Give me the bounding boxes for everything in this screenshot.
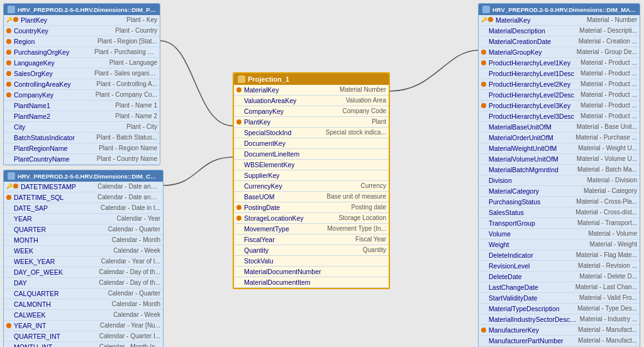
table-row[interactable]: MONTHCalendar - Month [4, 235, 163, 246]
table-row[interactable]: DAY_OF_WEEKCalendar - Day of th... [4, 267, 163, 278]
table-row[interactable]: DocumentLineItem [234, 149, 389, 160]
table-row[interactable]: 🔑DATETIMESTAMPCalendar - Date and ... [4, 182, 163, 192]
table-row[interactable]: MONTH_INTCalendar - Month (n... [4, 342, 163, 347]
table-row[interactable]: CurrencyKeyCurrency [234, 181, 389, 192]
table-row[interactable]: 🔑MaterialKeyMaterial - Number [479, 15, 640, 26]
table-row[interactable]: MaterialIndustrySectorDescriptionMateria… [479, 314, 640, 325]
table-row[interactable]: QUARTER_INTCalendar - Quarter I... [4, 331, 163, 342]
table-row[interactable]: BaseUOMBase unit of measure [234, 192, 389, 202]
table-row[interactable]: MaterialGroupKeyMaterial - Group De... [479, 47, 640, 58]
table-row[interactable]: ControllingAreaKeyPlant - Controlling A.… [4, 79, 160, 90]
table-row[interactable]: MaterialCreationDateMaterial - Creation … [479, 36, 640, 47]
table-row[interactable]: QUARTERCalendar - Quarter [4, 224, 163, 235]
table-row[interactable]: MaterialDescriptionMaterial - Descripti.… [479, 26, 640, 36]
table-row[interactable]: StartValidityDateMaterial - Valid Fro... [479, 293, 640, 304]
projection-table-header[interactable]: Projection_1 [234, 74, 389, 85]
row-icons [6, 323, 11, 328]
empty-icon [6, 248, 11, 253]
row-field-desc: Posting date [351, 203, 386, 212]
table-row[interactable]: DeleteIndicatorMaterial - Flag Mate... [479, 250, 640, 261]
table-row[interactable]: DeleteDateMaterial - Delete D... [479, 272, 640, 282]
table-row[interactable]: WBSElementKey [234, 160, 389, 170]
row-icons [6, 39, 11, 44]
table-row[interactable]: ProductHierarchyLevel3DescMaterial - Pro… [479, 111, 640, 122]
table-row[interactable]: SalesStatusMaterial - Cross-dist... [479, 207, 640, 218]
table-row[interactable]: LanguageKeyPlant - Language [4, 58, 160, 69]
table-row[interactable]: ProductHierarchyLevel3KeyMaterial - Prod… [479, 101, 640, 111]
table-row[interactable]: YEARCalendar - Year [4, 214, 163, 224]
table-row[interactable]: MaterialOrderUnitOfMMaterial - Purchase … [479, 133, 640, 143]
table-row[interactable]: MaterialWeightUnitOfMMaterial - Weight U… [479, 143, 640, 154]
material-table-icon [482, 6, 490, 13]
table-row[interactable]: SupplierKey [234, 170, 389, 181]
table-row[interactable]: MaterialTypeDescriptionMaterial - Type D… [479, 304, 640, 314]
table-row[interactable]: CALWEEKCalendar - Week [4, 310, 163, 321]
table-row[interactable]: YEAR_INTCalendar - Year [Nu... [4, 321, 163, 331]
table-row[interactable]: PostingDatePosting date [234, 202, 389, 213]
table-row[interactable]: ValuationAreaKeyValuation Area [234, 96, 389, 106]
table-row[interactable]: MaterialBaseUnitOfMMaterial - Base Unit.… [479, 122, 640, 133]
table-row[interactable]: MaterialCategoryMaterial - Category [479, 186, 640, 197]
table-row[interactable]: MaterialBatchMgmntIndMaterial - Batch Ma… [479, 165, 640, 175]
empty-icon [6, 280, 11, 285]
table-row[interactable]: CountryKeyPlant - Country [4, 26, 160, 36]
table-row[interactable]: LastChangeDateMaterial - Last Chan... [479, 282, 640, 293]
material-table-header[interactable]: HRV_PREPROD.2-5-0.HRV.Dimensions::DIM_MA… [479, 4, 640, 15]
plant-table-header[interactable]: HRV_PREPROD.2-5-0.HRV.Dimensions::DIM_PL… [4, 4, 160, 15]
table-row[interactable]: PlantRegionNamePlant - Region Name [4, 143, 160, 154]
empty-icon [236, 248, 242, 253]
table-row[interactable]: MaterialDocumentNumber [234, 267, 389, 277]
table-row[interactable]: MaterialKeyMaterial Number [234, 85, 389, 96]
table-row[interactable]: CompanyKeyCompany Code [234, 106, 389, 117]
table-row[interactable]: ManufacturerPartNumberMaterial - Manufac… [479, 336, 640, 346]
table-row[interactable]: ProductHierarchyLevel1KeyMaterial - Prod… [479, 58, 640, 69]
table-row[interactable]: CALQUARTERCalendar - Quarter [4, 289, 163, 299]
empty-icon [236, 173, 242, 178]
table-row[interactable]: VolumeMaterial - Volume [479, 229, 640, 240]
table-row[interactable]: BatchStatusIndicatorPlant - Batch Status… [4, 133, 160, 143]
row-icons [481, 167, 486, 172]
table-row[interactable]: PurchasingOrgKeyPlant - Purchasing O... [4, 47, 160, 58]
table-row[interactable]: RegionPlant - Region [Stat... [4, 36, 160, 47]
table-row[interactable]: SpecialStockIndSpecial stock indica... [234, 128, 389, 138]
table-row[interactable]: CALMONTHCalendar - Month [4, 299, 163, 310]
table-row[interactable]: WEEK_YEARCalendar - Year of t... [4, 256, 163, 267]
empty-icon [6, 344, 11, 347]
table-row[interactable]: TransportGroupMaterial - Transport... [479, 218, 640, 229]
table-row[interactable]: PlantName2Plant - Name 2 [4, 111, 160, 122]
table-row[interactable]: WEEKCalendar - Week [4, 246, 163, 256]
table-row[interactable]: StorageLocationKeyStorage Location [234, 213, 389, 224]
empty-icon [6, 334, 11, 339]
table-row[interactable]: DATETIME_SQLCalendar - Date and ... [4, 192, 163, 203]
table-row[interactable]: DATE_SAPCalendar - Date in t... [4, 203, 163, 214]
table-row[interactable]: DAYCalendar - Day of th... [4, 278, 163, 289]
table-row[interactable]: MovementTypeMovement Type (In... [234, 224, 389, 234]
table-row[interactable]: CompanyKeyPlant - Company Co... [4, 90, 160, 101]
table-row[interactable]: WeightMaterial - Weight [479, 240, 640, 250]
row-field-name: MONTH [14, 236, 109, 245]
row-field-desc: Calendar - Date and ... [97, 182, 160, 191]
table-row[interactable]: ProductHierarchyLevel2DescMaterial - Pro… [479, 90, 640, 101]
empty-icon [6, 302, 11, 307]
calendar-table-header[interactable]: HRV_PREPROD.2-5-0.HRV.Dimensions::DIM_CA… [4, 170, 163, 182]
table-row[interactable]: FiscalYearFiscal Year [234, 234, 389, 245]
table-row[interactable]: CityPlant - City [4, 122, 160, 133]
table-row[interactable]: ProductHierarchyLevel1DescMaterial - Pro… [479, 69, 640, 79]
table-row[interactable]: MaterialVolumeUnitOfMMaterial - Volume U… [479, 154, 640, 165]
row-field-name: DeleteDate [489, 272, 577, 281]
table-row[interactable]: ProductHierarchyLevel2KeyMaterial - Prod… [479, 79, 640, 90]
table-row[interactable]: DocumentKey [234, 138, 389, 149]
table-row[interactable]: QuantityQuantity [234, 245, 389, 256]
table-row[interactable]: MaterialDocumentItem [234, 277, 389, 288]
table-row[interactable]: PlantKeyPlant [234, 117, 389, 128]
table-row[interactable]: 🔑PlantKeyPlant - Key [4, 15, 160, 26]
table-row[interactable]: SalesOrgKeyPlant - Sales organiz... [4, 69, 160, 79]
table-row[interactable]: ManufacturerKeyMaterial - Manufact... [479, 325, 640, 336]
table-row[interactable]: PlantCountryNamePlant - Country Name [4, 154, 160, 165]
table-row[interactable]: PlantName1Plant - Name 1 [4, 101, 160, 111]
table-row[interactable]: RevisionLevelMaterial - Revision ... [479, 261, 640, 272]
table-row[interactable]: DivisionMaterial - Division [479, 175, 640, 186]
table-row[interactable]: PurchasingStatusMaterial - Cross-Pla... [479, 197, 640, 207]
table-row[interactable]: StockValu [234, 256, 389, 267]
row-icons [236, 237, 242, 242]
